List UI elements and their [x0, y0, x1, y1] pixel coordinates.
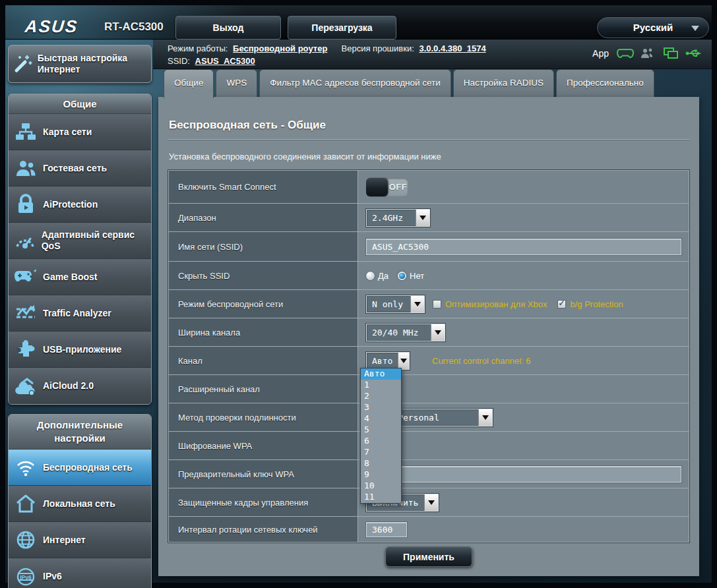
field-label: Включить Smart Connect	[169, 171, 358, 203]
chevron-down-icon	[691, 26, 699, 35]
radio-label-yes: Да	[378, 271, 389, 281]
sidebar-item-label: Адаптивный сервис QoS	[42, 229, 151, 252]
tab-mac-filter[interactable]: Фильтр MAC адресов беспроводной сети	[259, 69, 451, 97]
checkbox-label: b/g Protection	[570, 299, 623, 309]
language-select[interactable]: Русский	[597, 17, 709, 38]
channel-option[interactable]: 9	[361, 469, 401, 481]
channel-option[interactable]: 5	[361, 425, 401, 436]
svg-text:IPv6: IPv6	[20, 573, 32, 580]
channel-option[interactable]: 3	[361, 402, 401, 413]
tab-radius[interactable]: Настройка RADIUS	[453, 69, 554, 97]
table-row: Предварительный ключ WPA	[169, 460, 689, 488]
channel-option[interactable]: 11	[361, 492, 401, 503]
sidebar-item-quick-setup[interactable]: Быстрая настройка Интернет	[8, 45, 152, 83]
firmware-label: Версия прошивки:	[342, 44, 414, 53]
sidebar-item-wireless[interactable]: Беспроводная сеть	[9, 450, 151, 486]
table-row: Защищенные кадры управления Выключить	[169, 488, 689, 517]
logout-button[interactable]: Выход	[175, 16, 281, 40]
sidebar-group-general: Общие Карта сети Гостевая сеть AiProtect…	[8, 94, 152, 405]
tab-general[interactable]: Общие	[164, 69, 214, 98]
shield-lock-icon	[9, 194, 43, 215]
field-label: Скрыть SSID	[169, 262, 358, 289]
settings-table: Включить Smart Connect OFF Диапазон 2.4G…	[168, 170, 689, 543]
hide-ssid-yes-radio[interactable]	[366, 272, 375, 280]
tab-professional[interactable]: Профессионально	[556, 69, 654, 97]
guest-network-icon	[9, 158, 43, 178]
ssid-link[interactable]: ASUS_AC5300	[195, 56, 255, 66]
table-row: Шифрование WPA	[169, 432, 689, 460]
xbox-optimized-checkbox[interactable]	[433, 300, 441, 309]
wpa-key-input[interactable]	[366, 466, 681, 483]
sidebar-item-traffic-analyzer[interactable]: Traffic Analyzer	[9, 295, 151, 332]
sidebar-item-qos[interactable]: Адаптивный сервис QoS	[9, 223, 151, 259]
apply-button[interactable]: Применить	[385, 546, 472, 567]
sidebar-item-label: AiCloud 2.0	[43, 380, 94, 392]
page-description: Установка беспроводного соединения завис…	[169, 152, 441, 162]
bg-protection-checkbox[interactable]	[557, 300, 566, 309]
channel-option[interactable]: Авто	[361, 368, 401, 380]
app-label: App	[592, 48, 609, 59]
sidebar-item-label: IPv6	[43, 571, 62, 582]
field-label: Шифрование WPA	[169, 432, 358, 459]
sidebar-item-aicloud[interactable]: AiCloud 2.0	[9, 368, 151, 404]
sidebar-item-label: Интернет	[43, 535, 86, 546]
field-label: Метод проверки подлинности	[169, 403, 358, 431]
ssid-label: SSID:	[168, 56, 190, 66]
table-row: Включить Smart Connect OFF	[169, 171, 689, 204]
sidebar-item-label: Game Boost	[43, 272, 97, 283]
smart-connect-toggle[interactable]: OFF	[366, 178, 408, 196]
channel-option[interactable]: 4	[361, 413, 401, 425]
wireless-mode-select[interactable]: N only	[366, 295, 425, 313]
sidebar-item-label: Карта сети	[43, 127, 92, 138]
key-rotation-input[interactable]	[366, 522, 407, 537]
page-title: Беспроводная сеть - Общие	[169, 119, 326, 132]
puzzle-icon	[9, 339, 43, 359]
tab-wps[interactable]: WPS	[216, 69, 257, 97]
sidebar-item-label: Быстрая настройка Интернет	[38, 53, 151, 75]
screens-sync-icon[interactable]	[663, 47, 679, 59]
firmware-version-link[interactable]: 3.0.0.4.380_1574	[419, 44, 485, 53]
ssid-input[interactable]	[366, 239, 681, 255]
channel-option[interactable]: 8	[361, 458, 401, 469]
reboot-button[interactable]: Перезагрузка	[288, 16, 396, 40]
sidebar-item-ipv6[interactable]: IPv6 IPv6	[9, 558, 151, 588]
sidebar-item-network-map[interactable]: Карта сети	[9, 114, 151, 150]
channel-option[interactable]: 2	[361, 391, 401, 402]
sidebar-item-aiprotection[interactable]: AiProtection	[9, 187, 151, 223]
sidebar-item-label: Гостевая сеть	[43, 163, 107, 174]
gamepad-icon[interactable]	[617, 47, 634, 59]
gamepad-icon	[9, 268, 43, 285]
channel-width-select[interactable]: 20/40 MHz	[366, 324, 445, 341]
sidebar-section-title: Общие	[9, 94, 151, 114]
channel-select[interactable]: Авто	[366, 352, 410, 370]
channel-option[interactable]: 6	[361, 436, 401, 447]
sidebar-item-lan[interactable]: Локальная сеть	[9, 486, 151, 522]
table-row: Ширина канала 20/40 MHz	[169, 318, 689, 347]
field-label: Ширина канала	[169, 318, 358, 346]
field-label: Интервал ротации сетевых ключей	[169, 517, 358, 542]
router-model: RT-AC5300	[104, 20, 164, 34]
operation-mode-link[interactable]: Беспроводной роутер	[233, 44, 327, 53]
table-row: Скрыть SSID Да Нет	[169, 262, 689, 290]
hide-ssid-no-radio[interactable]	[398, 272, 406, 280]
field-label: Режим беспроводной сети	[169, 290, 358, 318]
sidebar-item-wan[interactable]: Интернет	[9, 522, 151, 558]
chevron-down-icon	[431, 324, 445, 341]
sidebar-item-usb-application[interactable]: USB-приложение	[9, 332, 151, 368]
sidebar-item-guest-network[interactable]: Гостевая сеть	[9, 150, 151, 187]
ipv6-globe-icon: IPv6	[9, 567, 43, 587]
field-label: Имя сети (SSID)	[169, 232, 358, 261]
channel-option[interactable]: 7	[361, 447, 401, 458]
band-select[interactable]: 2.4GHz	[366, 209, 430, 227]
chevron-down-icon	[416, 210, 429, 226]
traffic-chart-icon	[9, 304, 43, 322]
usb-icon[interactable]	[685, 48, 702, 59]
channel-option[interactable]: 1	[361, 380, 401, 391]
sidebar-item-label: Локальная сеть	[43, 498, 115, 510]
share-devices-icon[interactable]	[640, 47, 656, 59]
sidebar-item-game-boost[interactable]: Game Boost	[9, 259, 151, 295]
channel-option[interactable]: 10	[361, 481, 401, 492]
language-value: Русский	[633, 22, 673, 33]
chevron-down-icon	[424, 494, 438, 511]
field-label: Диапазон	[169, 204, 358, 231]
